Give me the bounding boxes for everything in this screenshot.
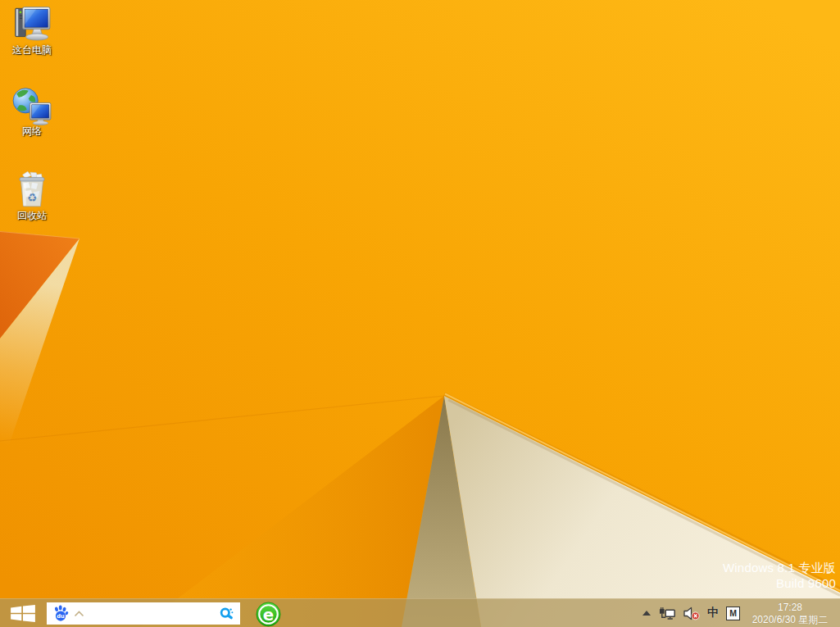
clock-time: 17:28 — [742, 602, 838, 614]
show-hidden-icons-button[interactable] — [642, 610, 652, 616]
baidu-search-bar: du — [47, 602, 240, 625]
ime-language-button[interactable]: 中 — [707, 606, 719, 620]
windows-logo-icon — [11, 605, 35, 622]
browser-letter: e — [262, 605, 273, 624]
windows-watermark: Windows 8.1 专业版 Build 9600 — [723, 560, 836, 591]
ime-chinese-indicator: 中 — [707, 606, 719, 620]
recycle-symbol: ♻ — [27, 191, 37, 204]
wallpaper-image — [0, 0, 840, 627]
baidu-logo-icon[interactable]: du — [52, 605, 69, 622]
baidu-search-icon[interactable] — [219, 606, 234, 621]
search-input[interactable] — [89, 602, 214, 625]
desktop-screen: 这台电脑 网络 — [0, 0, 840, 627]
watermark-edition: Windows 8.1 专业版 — [723, 560, 836, 575]
volume-tray-button[interactable] — [683, 607, 700, 620]
desktop-icon-label: 回收站 — [17, 211, 47, 221]
network-tray-button[interactable] — [659, 607, 676, 620]
green-e-browser-icon: e — [256, 602, 281, 627]
clock-date: 2020/6/30 星期二 — [742, 614, 838, 626]
desktop-icon-recycle-bin[interactable]: ♻ 回收站 — [2, 169, 61, 221]
network-status-icon — [659, 607, 676, 620]
volume-muted-icon — [683, 607, 700, 620]
ime-mode-button[interactable]: M — [726, 607, 740, 620]
green-e-browser-button[interactable]: e — [254, 601, 282, 627]
desktop-icon-network[interactable]: 网络 — [2, 84, 61, 137]
taskbar-clock[interactable]: 17:28 2020/6/30 星期二 — [742, 602, 838, 626]
taskbar: du e — [0, 598, 840, 627]
collapse-chevron-icon[interactable] — [74, 611, 84, 617]
desktop-icon-this-pc[interactable]: 这台电脑 — [2, 3, 61, 56]
this-pc-icon — [11, 3, 52, 44]
desktop-icon-label: 这台电脑 — [12, 45, 52, 56]
baidu-logo-text: du — [57, 613, 65, 620]
watermark-build: Build 9600 — [723, 575, 836, 591]
system-tray: 中 M — [642, 599, 740, 627]
ime-mode-badge: M — [726, 607, 740, 620]
network-icon — [11, 84, 52, 125]
recycle-bin-icon: ♻ — [11, 169, 52, 210]
start-button[interactable] — [5, 599, 41, 627]
desktop-icon-label: 网络 — [22, 126, 42, 137]
chevron-up-icon — [642, 610, 652, 616]
